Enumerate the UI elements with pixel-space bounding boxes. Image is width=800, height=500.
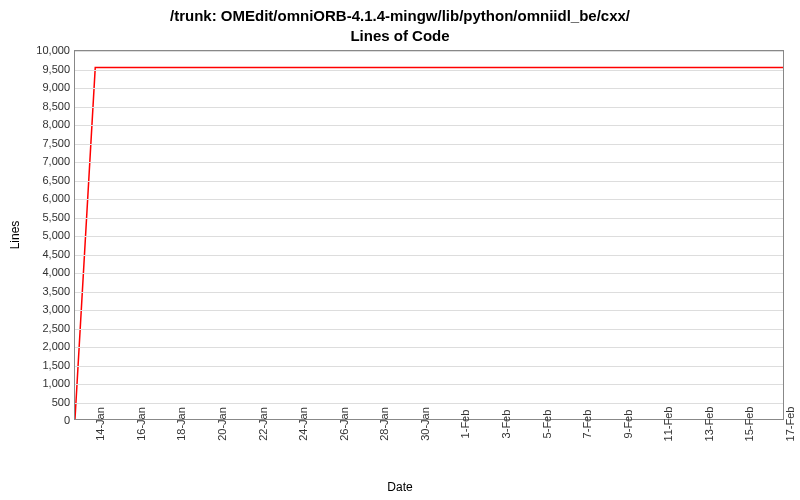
y-tick-label: 4,000 (20, 266, 70, 278)
gridline-h (75, 384, 783, 385)
x-tick-label: 18-Jan (175, 407, 187, 441)
y-tick-label: 1,000 (20, 377, 70, 389)
gridline-h (75, 144, 783, 145)
x-tick-label: 28-Jan (378, 407, 390, 441)
x-tick-label: 24-Jan (297, 407, 309, 441)
gridline-h (75, 347, 783, 348)
gridline-h (75, 88, 783, 89)
gridline-h (75, 310, 783, 311)
x-tick-label: 3-Feb (500, 410, 512, 439)
y-tick-label: 7,000 (20, 155, 70, 167)
y-tick-label: 6,500 (20, 174, 70, 186)
gridline-h (75, 162, 783, 163)
x-tick-label: 17-Feb (784, 407, 796, 442)
chart-subtitle: Lines of Code (350, 27, 449, 44)
x-tick-label: 26-Jan (338, 407, 350, 441)
y-tick-label: 500 (20, 396, 70, 408)
gridline-h (75, 366, 783, 367)
title-prefix: /trunk: (170, 7, 221, 24)
gridline-h (75, 199, 783, 200)
y-tick-label: 1,500 (20, 359, 70, 371)
y-tick-label: 10,000 (20, 44, 70, 56)
y-tick-label: 5,000 (20, 229, 70, 241)
y-tick-label: 8,000 (20, 118, 70, 130)
y-tick-label: 9,500 (20, 63, 70, 75)
x-tick-label: 1-Feb (459, 410, 471, 439)
y-tick-label: 2,500 (20, 322, 70, 334)
y-tick-label: 2,000 (20, 340, 70, 352)
gridline-h (75, 125, 783, 126)
y-tick-label: 3,000 (20, 303, 70, 315)
gridline-h (75, 51, 783, 52)
gridline-h (75, 273, 783, 274)
title-path: OMEdit/omniORB-4.1.4-mingw/lib/python/om… (221, 7, 630, 24)
x-tick-label: 13-Feb (703, 407, 715, 442)
x-tick-label: 7-Feb (581, 410, 593, 439)
gridline-h (75, 329, 783, 330)
y-tick-label: 6,000 (20, 192, 70, 204)
x-tick-label: 16-Jan (135, 407, 147, 441)
plot-area (74, 50, 784, 420)
x-tick-label: 22-Jan (257, 407, 269, 441)
gridline-h (75, 70, 783, 71)
gridline-h (75, 107, 783, 108)
x-tick-label: 15-Feb (743, 407, 755, 442)
gridline-h (75, 292, 783, 293)
y-tick-label: 8,500 (20, 100, 70, 112)
y-tick-label: 3,500 (20, 285, 70, 297)
x-tick-label: 11-Feb (662, 407, 674, 442)
x-tick-label: 9-Feb (622, 410, 634, 439)
y-tick-label: 5,500 (20, 211, 70, 223)
y-tick-label: 7,500 (20, 137, 70, 149)
x-tick-label: 30-Jan (419, 407, 431, 441)
chart-title: /trunk: OMEdit/omniORB-4.1.4-mingw/lib/p… (0, 0, 800, 45)
y-tick-label: 0 (20, 414, 70, 426)
x-tick-label: 5-Feb (541, 410, 553, 439)
y-tick-label: 4,500 (20, 248, 70, 260)
gridline-h (75, 403, 783, 404)
gridline-h (75, 255, 783, 256)
gridline-h (75, 181, 783, 182)
y-tick-label: 9,000 (20, 81, 70, 93)
x-tick-label: 14-Jan (94, 407, 106, 441)
x-axis-label: Date (0, 480, 800, 494)
gridline-h (75, 236, 783, 237)
gridline-h (75, 218, 783, 219)
x-tick-label: 20-Jan (216, 407, 228, 441)
